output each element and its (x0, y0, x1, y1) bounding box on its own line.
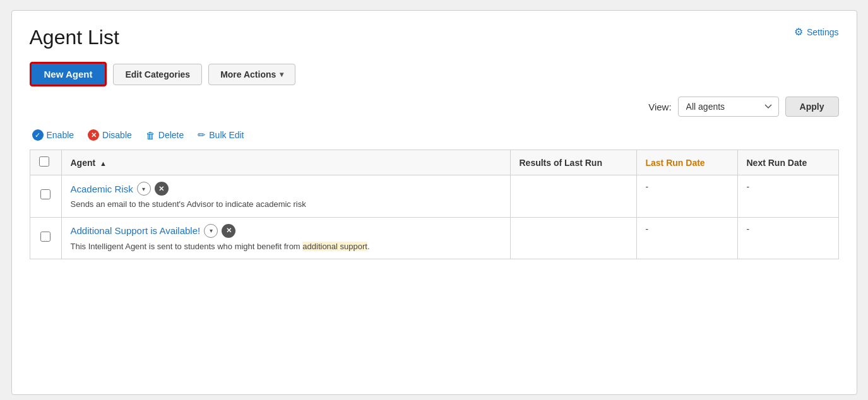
bulk-edit-button[interactable]: ✏ Bulk Edit (198, 129, 244, 141)
row1-agent-name-link[interactable]: Academic Risk (71, 184, 133, 194)
table-row: Academic Risk ▾ ✕ Sends an email to the … (30, 175, 838, 218)
header-agent-label: Agent (71, 158, 96, 168)
disable-label: Disable (102, 130, 132, 140)
row2-next-run-value: - (747, 224, 750, 234)
table-row: Additional Support is Available! ▾ ✕ Thi… (30, 217, 838, 259)
delete-label: Delete (158, 130, 184, 140)
sort-arrow-icon: ▲ (100, 160, 107, 167)
row1-last-run-value: - (646, 182, 649, 192)
row2-checkbox[interactable] (40, 232, 51, 242)
row2-results-cell (510, 217, 636, 259)
header-next-run: Next Run Date (737, 150, 838, 175)
row1-results-cell (510, 175, 636, 218)
apply-button[interactable]: Apply (785, 97, 839, 117)
page-container: Agent List ⚙ Settings New Agent Edit Cat… (11, 10, 857, 395)
row1-checkbox[interactable] (40, 189, 51, 199)
row2-next-run-cell: - (737, 217, 838, 259)
agents-table: Agent ▲ Results of Last Run Last Run Dat… (30, 150, 839, 259)
row2-disable-icon[interactable]: ✕ (222, 224, 235, 238)
select-all-checkbox[interactable] (39, 156, 49, 167)
row2-checkbox-cell (30, 217, 61, 259)
enable-icon: ✓ (32, 129, 44, 141)
bulk-edit-label: Bulk Edit (209, 130, 244, 140)
edit-categories-label: Edit Categories (125, 69, 190, 79)
row2-last-run-value: - (646, 224, 649, 234)
row1-agent-desc: Sends an email to the student's Advisor … (71, 198, 501, 211)
row2-agent-name-link[interactable]: Additional Support is Available! (71, 225, 201, 236)
row2-last-run-cell: - (636, 217, 737, 259)
view-select[interactable]: All agents Active agents Inactive agents (678, 97, 779, 117)
header-last-run: Last Run Date (636, 150, 737, 175)
header-last-run-label: Last Run Date (646, 158, 705, 168)
header-agent: Agent ▲ (61, 150, 510, 175)
row2-agent-desc: This Intelligent Agent is sent to studen… (71, 240, 501, 253)
new-agent-button[interactable]: New Agent (30, 62, 107, 86)
row1-checkbox-cell (30, 175, 61, 218)
page-title: Agent List (30, 26, 119, 49)
trash-icon: 🗑 (146, 130, 155, 141)
edit-categories-button[interactable]: Edit Categories (113, 64, 202, 85)
row2-controls: Additional Support is Available! ▾ ✕ (71, 224, 501, 238)
gear-icon: ⚙ (794, 26, 803, 38)
more-actions-label: More Actions (220, 69, 276, 79)
page-header: Agent List ⚙ Settings (30, 26, 839, 49)
more-actions-button[interactable]: More Actions ▾ (208, 64, 295, 85)
settings-label: Settings (807, 27, 839, 37)
chevron-down-icon: ▾ (280, 70, 283, 79)
row2-agent-cell: Additional Support is Available! ▾ ✕ Thi… (61, 217, 510, 259)
header-checkbox-cell (30, 150, 61, 175)
enable-label: Enable (47, 130, 74, 140)
row1-next-run-cell: - (737, 175, 838, 218)
row2-expand-icon[interactable]: ▾ (204, 224, 218, 238)
delete-button[interactable]: 🗑 Delete (146, 130, 184, 141)
view-bar: View: All agents Active agents Inactive … (30, 97, 839, 117)
view-label: View: (648, 102, 671, 112)
row1-expand-icon[interactable]: ▾ (137, 182, 151, 196)
row1-agent-cell: Academic Risk ▾ ✕ Sends an email to the … (61, 175, 510, 218)
row1-next-run-value: - (747, 182, 750, 192)
toolbar: New Agent Edit Categories More Actions ▾ (30, 62, 839, 86)
row1-controls: Academic Risk ▾ ✕ (71, 182, 501, 196)
edit-icon: ✏ (198, 129, 206, 141)
row1-disable-icon[interactable]: ✕ (155, 182, 169, 196)
header-results-label: Results of Last Run (520, 158, 602, 168)
header-next-run-label: Next Run Date (747, 158, 807, 168)
bulk-actions-bar: ✓ Enable ✕ Disable 🗑 Delete ✏ Bulk Edit (30, 129, 839, 141)
header-results: Results of Last Run (510, 150, 636, 175)
disable-button[interactable]: ✕ Disable (88, 129, 132, 141)
table-header-row: Agent ▲ Results of Last Run Last Run Dat… (30, 150, 838, 175)
settings-link[interactable]: ⚙ Settings (794, 26, 839, 38)
disable-icon: ✕ (88, 129, 99, 141)
enable-button[interactable]: ✓ Enable (32, 129, 74, 141)
row1-last-run-cell: - (636, 175, 737, 218)
